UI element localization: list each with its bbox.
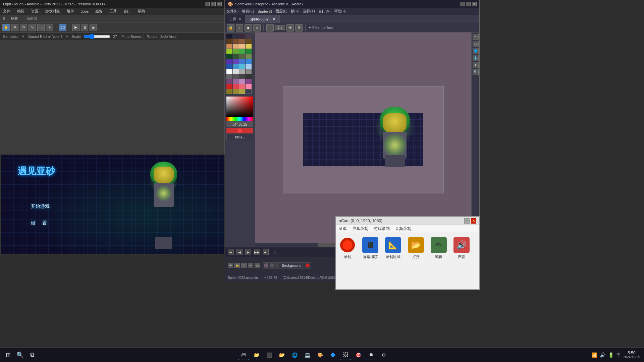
2d-toggle[interactable]: 2D bbox=[59, 24, 66, 31]
palette-color-30[interactable] bbox=[233, 69, 239, 74]
palette-color-23[interactable] bbox=[239, 59, 245, 64]
palette-color-7[interactable] bbox=[239, 39, 245, 44]
palette-color-20[interactable] bbox=[246, 54, 252, 59]
aseprite-canvas-area[interactable] bbox=[255, 33, 471, 247]
palette-color-15[interactable] bbox=[239, 49, 245, 54]
menu-file-a[interactable]: 文件(F) bbox=[226, 9, 238, 14]
rotate-label[interactable]: Rotate bbox=[147, 35, 157, 39]
square-btn[interactable]: ■ bbox=[245, 24, 252, 32]
unity-taskbar-btn[interactable]: 🎮 bbox=[238, 350, 249, 360]
aseprite-close-btn[interactable]: ✕ bbox=[472, 2, 477, 6]
list-btn[interactable]: ≡ bbox=[253, 24, 261, 32]
zoom-tool[interactable]: 🔍 bbox=[473, 69, 479, 75]
menu-help[interactable]: 帮助 bbox=[136, 8, 146, 14]
menu-view[interactable]: 窗口(V) bbox=[318, 9, 331, 14]
grid-btn[interactable]: ⊞ bbox=[295, 24, 303, 32]
blender-taskbar-btn[interactable]: 🎨 bbox=[315, 350, 325, 360]
minus-btn[interactable]: − bbox=[266, 24, 274, 32]
palette-color-13[interactable] bbox=[226, 49, 232, 54]
color-hue-bar[interactable] bbox=[226, 117, 253, 121]
ocam-edit-button[interactable]: ✏ 编辑 bbox=[431, 237, 447, 259]
fit-screen-btn[interactable]: Fit to Screen bbox=[120, 34, 144, 39]
palette-color-5[interactable] bbox=[226, 39, 232, 44]
palette-color-19[interactable] bbox=[239, 54, 245, 59]
ocam-record-button[interactable]: 录制 bbox=[339, 237, 356, 259]
palette-color-33[interactable] bbox=[226, 74, 232, 79]
move-tool-r[interactable]: ✥ bbox=[473, 62, 479, 68]
palette-color-44[interactable] bbox=[246, 84, 252, 89]
palette-color-6[interactable] bbox=[233, 39, 239, 44]
palette-color-42[interactable] bbox=[233, 84, 239, 89]
color-gradient[interactable] bbox=[226, 97, 253, 117]
aseprite-minimize-btn[interactable]: ─ bbox=[460, 2, 465, 6]
fill-tool[interactable]: 🪣 bbox=[473, 48, 479, 54]
scale-slider[interactable] bbox=[84, 34, 110, 39]
play-btn[interactable]: ▶ bbox=[72, 24, 79, 31]
menu-services[interactable]: 服务 bbox=[94, 8, 104, 14]
frame-layer-btn[interactable]: ▭ bbox=[255, 263, 260, 268]
clip-layer-btn[interactable]: ✂ bbox=[248, 263, 253, 268]
menu-select[interactable]: 选择(T) bbox=[303, 9, 315, 14]
tab-home[interactable]: 主页 ✕ bbox=[225, 15, 246, 23]
unity-minimize-btn[interactable]: ─ bbox=[205, 2, 210, 6]
sprite-tab-close[interactable]: ✕ bbox=[273, 17, 275, 21]
menu-edit-a[interactable]: 编辑(E) bbox=[242, 9, 254, 14]
rotate-tool[interactable]: ↻ bbox=[20, 24, 27, 31]
menu-window[interactable]: 窗口 bbox=[122, 8, 132, 14]
palette-color-27[interactable] bbox=[239, 64, 245, 69]
lock-btn[interactable]: 🔒 bbox=[227, 24, 234, 32]
palette-color-32[interactable] bbox=[246, 69, 252, 74]
search-button[interactable]: 🔍 bbox=[15, 350, 25, 360]
scale-tool[interactable]: ⤡ bbox=[29, 24, 36, 31]
palette-color-14[interactable] bbox=[233, 49, 239, 54]
play-last-btn[interactable]: ⏭ bbox=[263, 249, 269, 255]
menu-edit[interactable]: 编辑 bbox=[16, 8, 26, 14]
down-btn[interactable]: ↓ bbox=[236, 24, 243, 32]
cont-layer-btn[interactable]: □ bbox=[241, 263, 247, 268]
palette-color-35[interactable] bbox=[239, 74, 245, 79]
palette-color-10[interactable] bbox=[233, 44, 239, 49]
ocam-menu-game[interactable]: 游戏录制 bbox=[374, 226, 390, 232]
palette-color-29[interactable] bbox=[226, 69, 232, 74]
palette-color-3[interactable] bbox=[239, 34, 245, 39]
palette-color-28[interactable] bbox=[246, 64, 252, 69]
ocam-menu-audio[interactable]: 音频录制 bbox=[395, 226, 411, 232]
terminal-taskbar-btn[interactable]: ⬛ bbox=[264, 350, 274, 360]
zoom-input[interactable] bbox=[275, 25, 285, 30]
layer-background[interactable]: Background bbox=[263, 262, 311, 268]
menu-sprite[interactable]: Sprite(S) bbox=[258, 9, 272, 13]
lock-layer-btn[interactable]: 🔒 bbox=[234, 263, 240, 268]
eye-layer-btn[interactable]: 👁 bbox=[228, 263, 233, 268]
palette-color-36[interactable] bbox=[246, 74, 252, 79]
palette-color-40[interactable] bbox=[246, 79, 252, 84]
tab-sprite[interactable]: Sprite-0002.: ✕ bbox=[246, 15, 280, 23]
ocam-screen-button[interactable]: 🖥 屏幕捕获 bbox=[362, 237, 378, 259]
palette-color-37[interactable] bbox=[226, 79, 232, 84]
rider-taskbar-btn[interactable]: 🎯 bbox=[353, 350, 364, 360]
play-first-btn[interactable]: ⏮ bbox=[228, 249, 234, 255]
aseprite-taskbar-btn[interactable]: 🖼 bbox=[340, 350, 351, 360]
clock[interactable]: 5:50 2024/10/15 bbox=[623, 351, 640, 359]
play-btn[interactable]: ▶ bbox=[245, 249, 251, 255]
move-tool[interactable]: ✥ bbox=[11, 24, 18, 31]
palette-color-25[interactable] bbox=[226, 64, 232, 69]
taskview-button[interactable]: ⧉ bbox=[27, 350, 38, 360]
ocam-minimize-btn[interactable]: ─ bbox=[464, 218, 470, 224]
ocam-menu-screen[interactable]: 屏幕录制 bbox=[352, 226, 368, 232]
palette-color-9[interactable] bbox=[226, 44, 232, 49]
palette-color-26[interactable] bbox=[233, 64, 239, 69]
visual-studio-taskbar-btn[interactable]: 🔷 bbox=[327, 350, 338, 360]
palette-color-22[interactable] bbox=[233, 59, 239, 64]
menu-gameobject[interactable]: 游戏对象 bbox=[44, 8, 61, 14]
ocam-close-btn[interactable]: ✕ bbox=[471, 218, 476, 224]
select-rect-tool[interactable]: ▭ bbox=[473, 41, 479, 47]
menu-component[interactable]: 组件 bbox=[65, 8, 75, 14]
aseprite-maximize-btn[interactable]: □ bbox=[466, 2, 471, 6]
rect-tool[interactable]: ▭ bbox=[37, 24, 45, 31]
menu-help-a[interactable]: 帮助(H) bbox=[334, 9, 346, 14]
palette-color-8[interactable] bbox=[246, 39, 252, 44]
palette-color-2[interactable] bbox=[233, 34, 239, 39]
home-tab-close[interactable]: ✕ bbox=[238, 17, 241, 21]
step-btn[interactable]: ⏭ bbox=[90, 24, 97, 31]
palette-color-12[interactable] bbox=[246, 44, 252, 49]
